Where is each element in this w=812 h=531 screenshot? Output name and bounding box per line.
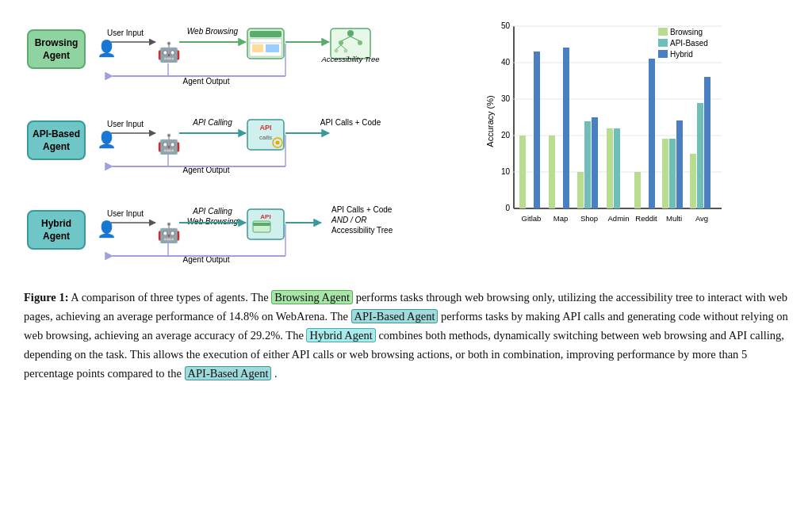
svg-text:👤: 👤 <box>97 220 117 239</box>
svg-point-20 <box>339 40 343 45</box>
svg-rect-64 <box>253 223 270 226</box>
svg-text:🤖: 🤖 <box>157 40 181 63</box>
svg-text:Agent: Agent <box>43 50 70 61</box>
svg-text:API Calling: API Calling <box>192 207 232 216</box>
svg-text:Accessibility Tree: Accessibility Tree <box>331 226 393 235</box>
svg-line-23 <box>341 45 346 49</box>
svg-text:Hybrid: Hybrid <box>41 218 71 229</box>
svg-text:API-Based: API-Based <box>33 128 80 139</box>
svg-text:AND / OR: AND / OR <box>331 216 366 224</box>
svg-text:Accessibility Tree: Accessibility Tree <box>320 55 379 63</box>
svg-text:User Input: User Input <box>107 29 144 37</box>
svg-rect-93 <box>563 48 569 208</box>
top-section: Browsing Agent 👤 User Input 🤖 Web Browsi… <box>24 14 788 276</box>
svg-text:Agent: Agent <box>43 141 70 152</box>
svg-point-24 <box>335 49 339 53</box>
svg-text:Accuracy (%): Accuracy (%) <box>485 95 495 147</box>
figure-container: Browsing Agent 👤 User Input 🤖 Web Browsi… <box>24 14 788 384</box>
svg-rect-103 <box>634 172 641 208</box>
svg-text:👤: 👤 <box>97 39 117 58</box>
svg-text:API Calls + Code: API Calls + Code <box>331 205 393 214</box>
svg-rect-11 <box>250 39 282 56</box>
svg-rect-89 <box>534 52 540 208</box>
svg-text:API Calling: API Calling <box>192 118 232 127</box>
svg-text:Browsing: Browsing <box>670 28 703 36</box>
svg-rect-16 <box>331 29 370 59</box>
svg-text:Admin: Admin <box>608 214 630 223</box>
svg-rect-119 <box>658 50 668 58</box>
svg-text:Agent: Agent <box>43 231 70 242</box>
svg-rect-40 <box>247 120 284 150</box>
figure-number: Figure 1: <box>24 291 69 304</box>
svg-rect-63 <box>253 221 270 232</box>
svg-rect-87 <box>519 136 526 208</box>
svg-text:20: 20 <box>501 131 511 139</box>
svg-rect-91 <box>549 136 555 208</box>
svg-text:Hybrid: Hybrid <box>670 50 693 59</box>
svg-text:Agent Output: Agent Output <box>183 77 230 86</box>
svg-point-44 <box>276 141 280 145</box>
svg-rect-107 <box>662 139 668 208</box>
svg-text:Agent Output: Agent Output <box>183 166 230 174</box>
svg-text:30: 30 <box>501 94 511 103</box>
svg-text:User Input: User Input <box>107 209 144 218</box>
svg-text:Web Browsing: Web Browsing <box>187 217 239 226</box>
svg-point-17 <box>347 30 354 36</box>
svg-rect-96 <box>584 121 591 208</box>
svg-text:👤: 👤 <box>97 130 117 149</box>
svg-rect-0 <box>28 30 85 68</box>
api-agent-highlight-2: API-Based Agent <box>185 366 272 380</box>
svg-text:API: API <box>260 213 270 220</box>
svg-point-43 <box>273 138 282 147</box>
browsing-agent-highlight: Browsing Agent <box>271 290 353 304</box>
svg-text:🤖: 🤖 <box>157 221 181 244</box>
svg-text:Agent Output: Agent Output <box>183 255 230 264</box>
svg-text:🤖: 🤖 <box>157 132 181 155</box>
svg-line-22 <box>336 45 341 49</box>
svg-text:0: 0 <box>505 204 510 212</box>
svg-text:Shop: Shop <box>580 214 598 223</box>
svg-rect-112 <box>697 103 703 208</box>
chart-container: 0 10 20 30 40 50 A <box>476 14 788 256</box>
svg-rect-9 <box>247 29 284 59</box>
svg-rect-13 <box>252 44 263 52</box>
svg-text:Browsing: Browsing <box>35 37 79 48</box>
svg-rect-95 <box>577 172 584 208</box>
svg-line-18 <box>341 36 350 41</box>
bar-chart: 0 10 20 30 40 50 A <box>484 18 737 248</box>
svg-rect-31 <box>28 121 85 159</box>
svg-text:Avg: Avg <box>695 214 708 223</box>
svg-rect-61 <box>247 209 284 239</box>
svg-text:API Calls + Code: API Calls + Code <box>320 118 381 127</box>
svg-rect-109 <box>676 120 683 208</box>
svg-text:40: 40 <box>501 58 511 67</box>
svg-point-21 <box>358 40 362 45</box>
svg-rect-99 <box>607 128 613 208</box>
api-agent-highlight-1: API-Based Agent <box>351 309 439 323</box>
svg-rect-14 <box>266 44 279 52</box>
svg-rect-105 <box>649 59 655 208</box>
svg-rect-108 <box>669 139 676 208</box>
svg-text:10: 10 <box>501 167 511 176</box>
svg-point-25 <box>344 49 348 53</box>
svg-rect-111 <box>690 154 696 208</box>
hybrid-agent-highlight: Hybrid Agent <box>306 328 375 342</box>
svg-text:50: 50 <box>501 21 511 30</box>
svg-rect-117 <box>658 39 668 47</box>
svg-text:API: API <box>259 124 271 132</box>
svg-rect-97 <box>592 117 598 208</box>
svg-text:API-Based: API-Based <box>670 39 708 48</box>
svg-rect-113 <box>704 77 710 208</box>
svg-text:User Input: User Input <box>107 120 144 128</box>
figure-caption: Figure 1: A comparison of three types of… <box>24 288 788 384</box>
diagram: Browsing Agent 👤 User Input 🤖 Web Browsi… <box>24 14 476 276</box>
svg-rect-100 <box>614 128 620 208</box>
svg-text:Gitlab: Gitlab <box>522 214 542 223</box>
svg-text:Map: Map <box>553 214 568 223</box>
svg-rect-10 <box>250 31 282 37</box>
svg-text:Multi: Multi <box>666 214 682 223</box>
svg-text:Reddit: Reddit <box>635 214 657 223</box>
svg-rect-115 <box>658 28 668 36</box>
svg-line-19 <box>350 36 360 41</box>
svg-rect-51 <box>28 211 85 249</box>
